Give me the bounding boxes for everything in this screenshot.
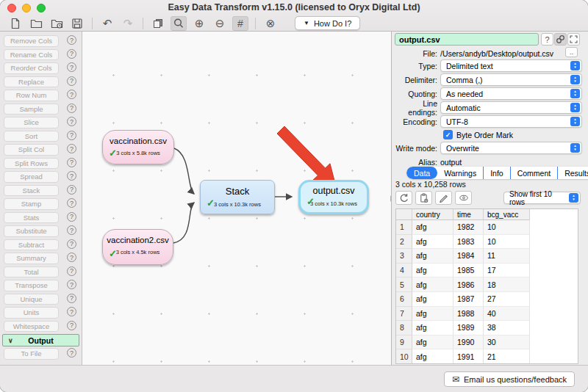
tab-warnings[interactable]: Warnings [437, 167, 483, 179]
help-icon[interactable]: ? [67, 253, 76, 262]
help-icon[interactable]: ? [67, 131, 76, 140]
cell-time: 1990 [453, 335, 484, 350]
help-icon[interactable]: ? [67, 239, 76, 249]
help-icon[interactable]: ? [541, 33, 553, 46]
transform-button[interactable]: Stats [4, 212, 59, 224]
node-stack[interactable]: Stack 3 cols x 10.3k rows ✓ [200, 180, 275, 214]
node-vaccination-csv[interactable]: vaccination.csv 3 cols x 5.8k rows ✓ [102, 130, 174, 164]
transform-button[interactable]: Rename Cols [4, 49, 59, 61]
transform-button[interactable]: Substitute [4, 225, 59, 237]
red-pointer-arrow [277, 126, 336, 186]
edit-pencil-icon[interactable] [435, 191, 452, 205]
expand-icon[interactable] [567, 33, 580, 46]
table-row: 3 afg 1984 11 [396, 249, 578, 264]
write-mode-select[interactable]: Overwrite [440, 142, 582, 154]
rows-shown-select[interactable]: Show first 10 rows [503, 192, 581, 204]
help-icon[interactable]: ? [67, 280, 76, 289]
line-endings-select[interactable]: Automatic [440, 101, 582, 114]
help-icon[interactable]: ? [67, 158, 76, 167]
flow-canvas[interactable]: vaccination.csv 3 cols x 5.8k rows ✓ vac… [82, 32, 392, 365]
transform-button[interactable]: Stack [4, 185, 59, 197]
redo-icon[interactable]: ↷ [120, 16, 136, 31]
transform-button[interactable]: Sort [4, 131, 59, 142]
help-icon[interactable]: ? [67, 321, 76, 330]
open-file-icon[interactable] [28, 16, 44, 31]
node-name-input[interactable] [395, 33, 539, 46]
transform-button[interactable]: Replace [4, 76, 59, 88]
transform-button[interactable]: Summary [4, 253, 59, 264]
open-recent-icon[interactable] [49, 16, 65, 31]
help-icon[interactable]: ? [67, 76, 76, 86]
help-icon[interactable]: ? [67, 185, 76, 195]
sidebar-section-output[interactable]: ∨ Output [2, 334, 79, 346]
column-header-bcg-vacc: bcg_vacc [484, 209, 530, 220]
transform-button[interactable]: Row Num [4, 90, 59, 101]
encoding-select[interactable]: UTF-8 [440, 115, 582, 128]
node-output-csv[interactable]: output.csv 3 cols x 10.3k rows ✓ [298, 180, 369, 214]
email-feedback-button[interactable]: ✉ Email us questions/feedback [444, 371, 575, 387]
tab-data[interactable]: Data [406, 167, 437, 179]
help-icon[interactable]: ? [67, 62, 76, 72]
transform-button[interactable]: Units [4, 307, 59, 319]
transform-button[interactable]: Reorder Cols [4, 62, 59, 74]
help-icon[interactable]: ? [67, 225, 76, 235]
transform-button[interactable]: Split Col [4, 144, 59, 156]
transform-button[interactable]: Spread [4, 171, 59, 183]
quoting-select[interactable]: As needed [440, 87, 582, 100]
help-icon[interactable]: ? [67, 171, 76, 181]
transform-button[interactable]: Unique [4, 294, 59, 305]
snap-to-grid-icon[interactable]: # [232, 16, 248, 31]
row-number: 7 [396, 307, 412, 322]
browse-file-button[interactable]: .. [565, 47, 578, 57]
transform-button[interactable]: Stamp [4, 198, 59, 210]
view-eye-icon[interactable] [455, 191, 472, 205]
help-icon[interactable]: ? [67, 117, 76, 126]
to-file-button[interactable]: To File [4, 348, 59, 360]
transform-button[interactable]: Slice [4, 117, 59, 128]
search-icon[interactable] [171, 16, 187, 31]
transform-button[interactable]: Whitespace [4, 321, 59, 333]
cancel-icon[interactable]: ⊗ [262, 16, 279, 31]
help-icon[interactable]: ? [67, 90, 76, 99]
tab-info[interactable]: Info [483, 167, 510, 179]
refresh-icon[interactable] [395, 191, 412, 205]
transform-button[interactable]: Sample [4, 104, 59, 115]
delimiter-select[interactable]: Comma (,) [440, 73, 582, 86]
copy-to-clipboard-icon[interactable] [415, 191, 432, 205]
help-icon[interactable]: ? [67, 348, 76, 357]
transform-button[interactable]: Remove Cols [4, 35, 59, 47]
help-icon[interactable]: ? [67, 144, 76, 153]
new-document-icon[interactable] [7, 16, 24, 31]
transform-button[interactable]: Subtract [4, 239, 59, 251]
help-icon[interactable]: ? [67, 104, 76, 113]
zoom-in-icon[interactable]: ⊕ [191, 16, 207, 31]
transform-button[interactable]: Transpose [4, 280, 59, 291]
check-icon: ✓ [207, 197, 215, 208]
transform-button[interactable]: Split Rows [4, 158, 59, 170]
save-icon[interactable] [69, 16, 85, 31]
duplicate-icon[interactable] [150, 16, 166, 31]
help-icon[interactable]: ? [67, 35, 76, 45]
node-title: Stack [201, 186, 274, 197]
help-icon[interactable]: ? [67, 266, 76, 276]
type-select[interactable]: Delimited text [440, 59, 582, 72]
tab-results[interactable]: Results [557, 167, 588, 179]
transform-button[interactable]: Total [4, 266, 59, 278]
help-icon[interactable]: ? [67, 49, 76, 59]
undo-icon[interactable]: ↶ [99, 16, 115, 31]
help-icon[interactable]: ? [67, 294, 76, 303]
link-icon[interactable] [554, 33, 567, 46]
help-icon[interactable]: ? [67, 198, 76, 208]
cell-country: afg [412, 349, 453, 364]
help-icon[interactable]: ? [67, 307, 76, 316]
alias-value[interactable]: output [440, 158, 462, 167]
zoom-out-icon[interactable]: ⊖ [212, 16, 228, 31]
byte-order-mark-checkbox[interactable]: ✓ [443, 130, 453, 139]
help-icon[interactable]: ? [67, 212, 76, 222]
cell-time: 1987 [453, 292, 484, 307]
sidebar-row: Slice ? [0, 116, 82, 130]
tab-comment[interactable]: Comment [510, 167, 558, 179]
stepper-icon [570, 89, 580, 98]
how-do-i-button[interactable]: ▼ How Do I? [295, 16, 360, 30]
node-vaccination2-csv[interactable]: vaccination2.csv 3 cols x 4.5k rows ✓ [102, 229, 173, 265]
